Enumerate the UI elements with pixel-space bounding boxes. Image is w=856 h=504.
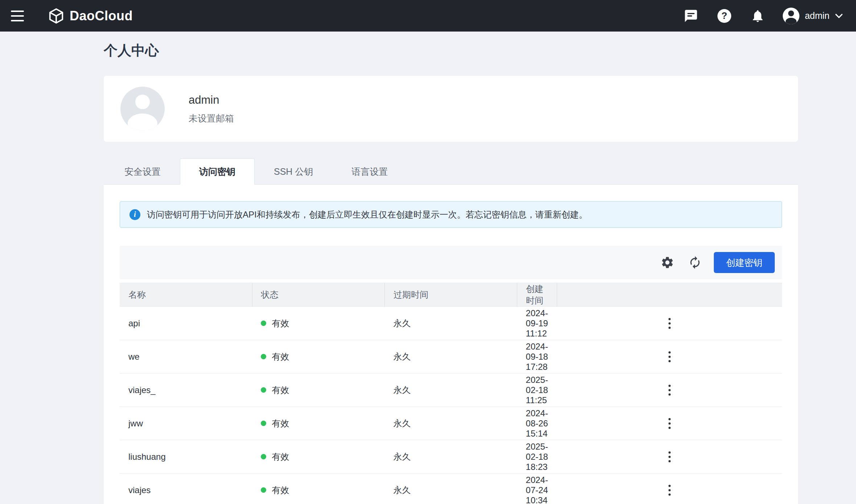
- tab-label: 安全设置: [124, 166, 161, 178]
- table-column-header: [557, 283, 782, 307]
- profile-email-status: 未设置邮箱: [189, 112, 234, 124]
- kebab-menu-icon[interactable]: [665, 481, 674, 499]
- cell-created: 2024-07-24 10:34: [517, 474, 557, 504]
- table-header: 名称 状态 过期时间 创建时间: [120, 283, 782, 307]
- table-row: api 有效 永久 2024-09-19 11:12: [120, 307, 782, 340]
- cell-actions: [557, 474, 782, 504]
- create-key-button[interactable]: 创建密钥: [714, 252, 775, 273]
- brand-logo[interactable]: DaoCloud: [48, 8, 133, 24]
- cell-status: 有效: [252, 373, 384, 407]
- cell-key-name: viajes_: [120, 373, 252, 407]
- status-dot-icon: [261, 321, 266, 326]
- table-row: viajes_ 有效 永久 2025-02-18 11:25: [120, 373, 782, 407]
- cell-status: 有效: [252, 307, 384, 340]
- status-dot-icon: [261, 421, 266, 426]
- chat-icon[interactable]: [683, 8, 699, 24]
- table-row: viajes 有效 永久 2024-07-24 10:34: [120, 474, 782, 504]
- status-badge: 有效: [272, 351, 289, 363]
- status-dot-icon: [261, 354, 266, 359]
- cell-actions: [557, 373, 782, 407]
- main-content: 个人中心 admin 未设置邮箱 安全设置 访问密钥 SSH 公钥 语言设置: [0, 32, 856, 504]
- table-column-header: 状态: [252, 283, 384, 307]
- kebab-menu-icon[interactable]: [665, 348, 674, 366]
- cell-expiry: 永久: [384, 340, 517, 373]
- profile-card: admin 未设置邮箱: [104, 76, 798, 142]
- info-alert: i 访问密钥可用于访问开放API和持续发布，创建后立即生效且仅在创建时显示一次。…: [120, 201, 782, 228]
- cell-expiry: 永久: [384, 474, 517, 504]
- menu-icon[interactable]: [11, 8, 28, 24]
- cell-status: 有效: [252, 440, 384, 474]
- cell-expiry: 永久: [384, 307, 517, 340]
- info-icon: i: [129, 209, 140, 220]
- cell-status: 有效: [252, 407, 384, 440]
- brand-name: DaoCloud: [70, 8, 133, 24]
- navbar-actions: ? admin: [683, 8, 845, 24]
- cell-expiry: 永久: [384, 440, 517, 474]
- user-avatar-icon: [783, 8, 799, 24]
- table-column-header: 创建时间: [517, 283, 557, 307]
- profile-tab[interactable]: 安全设置: [105, 158, 180, 185]
- cell-created: 2024-08-26 15:14: [517, 407, 557, 440]
- table-row: jww 有效 永久 2024-08-26 15:14: [120, 407, 782, 440]
- cell-status: 有效: [252, 474, 384, 504]
- status-badge: 有效: [272, 451, 289, 463]
- access-keys-panel: i 访问密钥可用于访问开放API和持续发布，创建后立即生效且仅在创建时显示一次。…: [104, 185, 798, 504]
- cell-key-name: jww: [120, 407, 252, 440]
- profile-tab[interactable]: 访问密钥: [180, 158, 255, 185]
- tab-label: SSH 公钥: [274, 166, 313, 178]
- cell-created: 2024-09-18 17:28: [517, 340, 557, 373]
- tab-label: 访问密钥: [199, 166, 235, 178]
- user-name: admin: [805, 11, 830, 21]
- help-icon[interactable]: ?: [716, 8, 733, 24]
- status-dot-icon: [261, 454, 266, 459]
- table-row: we 有效 永久 2024-09-18 17:28: [120, 340, 782, 373]
- cell-actions: [557, 307, 782, 340]
- profile-tab[interactable]: SSH 公钥: [255, 158, 332, 185]
- top-navbar: DaoCloud ? admin: [0, 0, 856, 32]
- profile-tab[interactable]: 语言设置: [332, 158, 407, 185]
- daocloud-logo-icon: [48, 8, 65, 24]
- refresh-icon[interactable]: [686, 254, 704, 271]
- status-badge: 有效: [272, 418, 289, 429]
- question-mark-icon: ?: [717, 9, 731, 23]
- profile-avatar: [120, 87, 165, 131]
- tab-label: 语言设置: [351, 166, 388, 178]
- status-dot-icon: [261, 387, 266, 393]
- cell-actions: [557, 407, 782, 440]
- page-title: 个人中心: [104, 42, 798, 58]
- cell-created: 2025-02-18 18:23: [517, 440, 557, 474]
- kebab-menu-icon[interactable]: [665, 414, 674, 433]
- cell-key-name: liushuang: [120, 440, 252, 474]
- status-dot-icon: [261, 487, 266, 493]
- cell-key-name: viajes: [120, 474, 252, 504]
- user-menu[interactable]: admin: [783, 8, 843, 24]
- table-toolbar: 创建密钥: [120, 246, 782, 279]
- chevron-down-icon: [835, 13, 843, 18]
- cell-expiry: 永久: [384, 407, 517, 440]
- cell-expiry: 永久: [384, 373, 517, 407]
- info-alert-text: 访问密钥可用于访问开放API和持续发布，创建后立即生效且仅在创建时显示一次。若忘…: [147, 209, 588, 220]
- cell-actions: [557, 440, 782, 474]
- access-keys-table: 名称 状态 过期时间 创建时间 api: [120, 283, 782, 504]
- settings-gear-icon[interactable]: [659, 254, 676, 271]
- cell-created: 2024-09-19 11:12: [517, 307, 557, 340]
- cell-key-name: api: [120, 307, 252, 340]
- profile-info: admin 未设置邮箱: [189, 94, 234, 124]
- status-badge: 有效: [272, 384, 289, 396]
- tabs-bar: 安全设置 访问密钥 SSH 公钥 语言设置: [104, 158, 798, 185]
- profile-name: admin: [189, 94, 234, 107]
- table-column-header: 名称: [120, 283, 252, 307]
- status-badge: 有效: [272, 484, 289, 496]
- kebab-menu-icon[interactable]: [665, 381, 674, 399]
- table-column-header: 过期时间: [384, 283, 517, 307]
- table-row: liushuang 有效 永久 2025-02-18 18:23: [120, 440, 782, 474]
- status-badge: 有效: [272, 318, 289, 329]
- bell-icon[interactable]: [749, 8, 766, 24]
- cell-status: 有效: [252, 340, 384, 373]
- cell-created: 2025-02-18 11:25: [517, 373, 557, 407]
- kebab-menu-icon[interactable]: [665, 314, 674, 332]
- kebab-menu-icon[interactable]: [665, 448, 674, 466]
- cell-actions: [557, 340, 782, 373]
- cell-key-name: we: [120, 340, 252, 373]
